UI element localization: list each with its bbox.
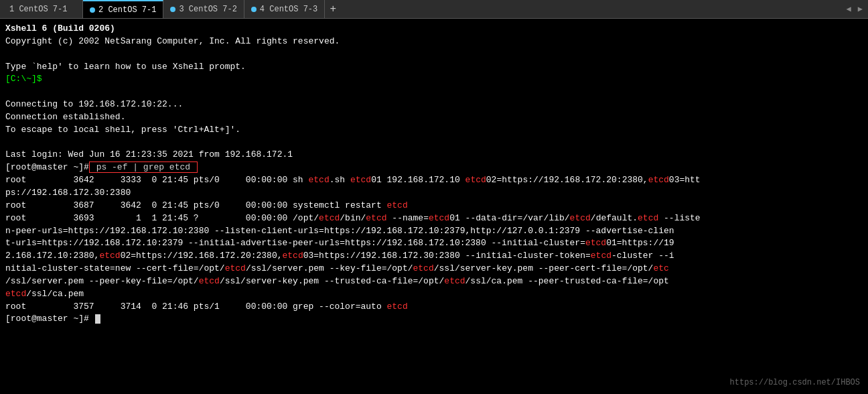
tab-dot	[251, 7, 257, 12]
tab-label: 1 CentOS 7-1	[9, 5, 67, 14]
tab-centos7-3[interactable]: 4 CentOS 7-3	[244, 0, 325, 18]
tab-label: 3 CentOS 7-2	[179, 5, 236, 14]
tab-nav-arrows: ◀ ▶	[844, 3, 865, 15]
tab-centos7-1-first[interactable]: 1 CentOS 7-1	[3, 0, 83, 18]
tab-bar: 1 CentOS 7-1 2 CentOS 7-1 3 CentOS 7-2 4…	[0, 0, 868, 19]
tab-dot	[90, 7, 95, 13]
add-tab-button[interactable]: +	[325, 1, 341, 17]
tab-centos7-1-active[interactable]: 2 CentOS 7-1	[83, 0, 163, 18]
tab-dot	[170, 7, 175, 12]
nav-right-arrow[interactable]: ▶	[855, 3, 865, 15]
watermark: https://blog.csdn.net/IHBOS	[730, 377, 860, 389]
tab-label: 2 CentOS 7-1	[98, 5, 156, 15]
tab-centos7-2[interactable]: 3 CentOS 7-2	[163, 0, 244, 18]
tab-label: 4 CentOS 7-3	[260, 5, 317, 14]
nav-left-arrow[interactable]: ◀	[844, 3, 854, 15]
terminal-area[interactable]: Xshell 6 (Build 0206) Copyright (c) 2002…	[0, 19, 868, 394]
terminal-content: Xshell 6 (Build 0206) Copyright (c) 2002…	[5, 23, 863, 326]
